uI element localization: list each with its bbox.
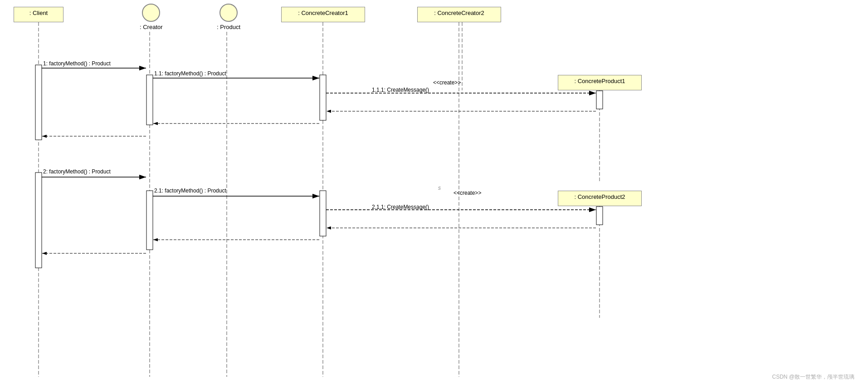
msg-11-label: 1.1: factoryMethod() : Product xyxy=(154,70,226,77)
actor-concreteproduct2: : ConcreteProduct2 xyxy=(558,191,642,206)
actor-client: : Client xyxy=(14,7,63,22)
actor-concretecreator1: : ConcreteCreator1 xyxy=(281,7,365,22)
msg-111-create-label: <<create>> xyxy=(433,79,461,86)
actor-product: : Product xyxy=(217,4,240,30)
msg-211-label: 2.1.1: CreateMessage() xyxy=(372,204,429,210)
actor-concreteproduct1: : ConcreteProduct1 xyxy=(558,75,642,90)
msg-211-create-label: <<create>> xyxy=(454,190,481,196)
svg-rect-14 xyxy=(320,75,326,120)
actor-concreteproduct1-label: : ConcreteProduct1 xyxy=(574,78,625,84)
svg-text:s: s xyxy=(438,185,441,191)
msg-111-label: 1.1.1: CreateMessage() xyxy=(372,87,429,93)
svg-rect-13 xyxy=(146,191,153,250)
actor-concretecreator1-label: : ConcreteCreator1 xyxy=(298,10,348,16)
watermark: CSDN @散一世繁华，颅半世琉璃 xyxy=(772,373,854,381)
actor-creator: : Creator xyxy=(140,4,163,30)
msg-1-label: 1: factoryMethod() : Product xyxy=(43,60,111,67)
svg-rect-15 xyxy=(320,191,326,236)
actor-concretecreator2: : ConcreteCreator2 xyxy=(417,7,501,22)
svg-rect-17 xyxy=(596,207,603,225)
svg-rect-11 xyxy=(35,173,42,268)
svg-rect-10 xyxy=(35,65,42,140)
actor-concreteproduct2-label: : ConcreteProduct2 xyxy=(574,193,625,200)
msg-21-label: 2.1: factoryMethod() : Product xyxy=(154,188,226,194)
diagram-svg: s xyxy=(0,0,868,390)
product-circle xyxy=(219,4,238,22)
actor-concretecreator2-label: : ConcreteCreator2 xyxy=(434,10,484,16)
actor-creator-label: : Creator xyxy=(140,24,163,30)
svg-rect-12 xyxy=(146,75,153,125)
msg-2-label: 2: factoryMethod() : Product xyxy=(43,168,111,175)
actor-product-label: : Product xyxy=(217,24,240,30)
svg-rect-16 xyxy=(596,91,603,109)
diagram-container: s : Client : Creator : Product : Concret… xyxy=(0,0,868,390)
actor-client-label: : Client xyxy=(29,10,48,16)
creator-circle xyxy=(142,4,160,22)
